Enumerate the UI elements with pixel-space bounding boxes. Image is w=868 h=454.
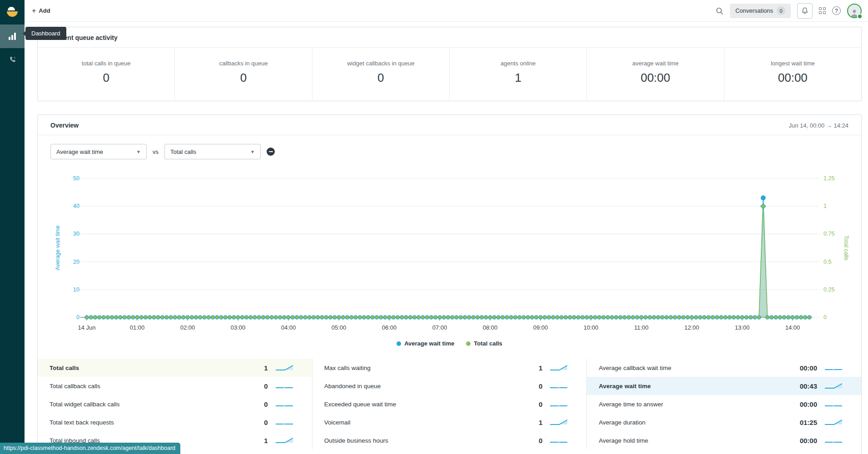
zendesk-logo-icon bbox=[6, 6, 18, 18]
stat-value: 0 bbox=[175, 71, 312, 85]
help-icon: ? bbox=[832, 6, 841, 15]
metric-value: 0 bbox=[539, 400, 542, 408]
svg-text:10:00: 10:00 bbox=[584, 324, 599, 331]
queue-activity-card: Current queue activity total calls in qu… bbox=[37, 27, 862, 101]
products-grid-button[interactable] bbox=[819, 7, 826, 14]
sparkline-flat bbox=[274, 400, 295, 408]
stat-value: 0 bbox=[38, 71, 174, 85]
queue-stat-callbacks-in-queue: callbacks in queue0 bbox=[174, 48, 312, 100]
metric-row-total-callback-calls[interactable]: Total callback calls0 bbox=[38, 377, 312, 395]
svg-text:50: 50 bbox=[73, 175, 79, 182]
svg-text:13:00: 13:00 bbox=[735, 324, 750, 331]
stat-label: callbacks in queue bbox=[175, 60, 312, 67]
sidebar bbox=[0, 0, 25, 454]
metric-row-average-time-to-answer[interactable]: Average time to answer00:00 bbox=[587, 395, 861, 413]
add-button[interactable]: + Add bbox=[32, 7, 50, 15]
user-menu[interactable] bbox=[847, 4, 862, 18]
metric-value: 1 bbox=[264, 364, 268, 372]
legend-dot bbox=[397, 341, 401, 346]
add-label: Add bbox=[39, 7, 50, 14]
svg-text:0: 0 bbox=[823, 314, 827, 321]
stat-label: longest wait time bbox=[724, 60, 861, 67]
stat-label: agents online bbox=[450, 60, 586, 67]
metric-label: Abandoned in queue bbox=[324, 383, 539, 390]
overview-header: Overview Jun 14, 00:00 → 14:24 bbox=[38, 115, 861, 135]
svg-text:14:00: 14:00 bbox=[785, 324, 800, 331]
queue-stat-longest-wait-time: longest wait time00:00 bbox=[724, 48, 861, 100]
metric-row-exceeded-queue-wait-time[interactable]: Exceeded queue wait time0 bbox=[312, 395, 587, 413]
help-button[interactable]: ? bbox=[832, 6, 841, 15]
metric-label: Exceeded queue wait time bbox=[324, 401, 539, 408]
sparkline-flat bbox=[823, 436, 844, 444]
metric-label: Total callback calls bbox=[50, 383, 264, 390]
stat-label: widget callbacks in queue bbox=[312, 60, 449, 67]
metric-row-outside-business-hours[interactable]: Outside business hours0 bbox=[312, 431, 587, 449]
legend-item-average-wait-time[interactable]: Average wait time bbox=[397, 340, 454, 347]
stat-value: 00:00 bbox=[587, 71, 724, 85]
metric-row-average-duration[interactable]: Average duration01:25 bbox=[587, 413, 861, 431]
zendesk-logo[interactable] bbox=[0, 0, 25, 25]
metric-value: 00:00 bbox=[800, 400, 817, 408]
overview-card: Overview Jun 14, 00:00 → 14:24 Average w… bbox=[37, 114, 862, 454]
svg-text:01:00: 01:00 bbox=[130, 324, 145, 331]
metric-row-total-widget-callback-calls[interactable]: Total widget callback calls0 bbox=[38, 395, 312, 413]
svg-text:30: 30 bbox=[73, 231, 79, 237]
overview-chart[interactable]: 0102030405000.250.50.7511.25Average wait… bbox=[50, 172, 861, 339]
metric-row-average-callback-wait-time[interactable]: Average callback wait time00:00 bbox=[587, 359, 861, 377]
metric-row-max-calls-waiting[interactable]: Max calls waiting1 bbox=[312, 359, 587, 377]
metric-label: Average wait time bbox=[599, 383, 799, 390]
sparkline-flat bbox=[823, 364, 844, 372]
svg-text:06:00: 06:00 bbox=[382, 324, 397, 331]
conversations-count-badge: 0 bbox=[777, 6, 785, 15]
notifications-button[interactable] bbox=[797, 3, 813, 19]
topbar: + Add Conversations 0 ? bbox=[25, 0, 868, 22]
metric-row-abandoned-in-queue[interactable]: Abandoned in queue0 bbox=[312, 377, 587, 395]
date-range: Jun 14, 00:00 → 14:24 bbox=[789, 122, 848, 129]
conversations-label: Conversations bbox=[735, 7, 773, 14]
legend-item-total-calls[interactable]: Total calls bbox=[466, 340, 502, 347]
svg-text:12:00: 12:00 bbox=[684, 324, 699, 331]
metric-row-total-text-back-requests[interactable]: Total text back requests0 bbox=[38, 413, 312, 431]
metric-value: 0 bbox=[539, 437, 542, 444]
svg-text:08:00: 08:00 bbox=[483, 324, 498, 331]
sparkline-flat bbox=[823, 400, 844, 408]
chevron-down-icon: ▼ bbox=[250, 149, 255, 154]
svg-text:1.25: 1.25 bbox=[823, 175, 834, 182]
svg-text:0.25: 0.25 bbox=[823, 286, 834, 293]
metrics-column-2: Max calls waiting1Abandoned in queue0Exc… bbox=[312, 359, 587, 449]
metric-b-select[interactable]: Total calls ▼ bbox=[164, 144, 261, 159]
status-url-bar: https://pdi-classmethod-handson.zendesk.… bbox=[0, 443, 180, 454]
svg-text:11:00: 11:00 bbox=[634, 324, 649, 331]
sparkline-flat bbox=[548, 436, 569, 444]
remove-comparison-button[interactable] bbox=[267, 148, 275, 156]
sparkline-flat bbox=[548, 382, 569, 390]
svg-text:14 Jun: 14 Jun bbox=[78, 324, 95, 331]
metric-row-voicemail[interactable]: Voicemail1 bbox=[312, 413, 587, 431]
sparkline-flat bbox=[274, 382, 295, 390]
metric-row-total-calls[interactable]: Total calls1 bbox=[38, 359, 312, 377]
legend-label: Total calls bbox=[474, 340, 502, 347]
metric-value: 0 bbox=[539, 382, 542, 390]
stat-value: 00:00 bbox=[724, 71, 861, 85]
metrics-column-1: Total calls1Total callback calls0Total w… bbox=[38, 359, 312, 449]
conversations-button[interactable]: Conversations 0 bbox=[730, 4, 791, 18]
bar-chart-icon bbox=[9, 33, 16, 40]
queue-stat-agents-online: agents online1 bbox=[449, 48, 586, 100]
minus-icon bbox=[269, 151, 273, 152]
metric-label: Total calls bbox=[50, 365, 264, 371]
metric-row-average-wait-time[interactable]: Average wait time00:43 bbox=[587, 377, 861, 395]
sidebar-item-talk[interactable] bbox=[0, 48, 25, 72]
metric-value: 1 bbox=[539, 419, 542, 426]
svg-text:10: 10 bbox=[73, 286, 79, 293]
metric-row-average-hold-time[interactable]: Average hold time00:00 bbox=[587, 431, 861, 449]
sparkline-rise bbox=[548, 418, 569, 426]
stat-label: average wait time bbox=[587, 60, 724, 67]
chart-legend: Average wait timeTotal calls bbox=[38, 340, 861, 347]
metric-a-select[interactable]: Average wait time ▼ bbox=[50, 144, 147, 159]
svg-text:20: 20 bbox=[73, 259, 79, 265]
search-button[interactable] bbox=[715, 7, 724, 15]
sidebar-item-dashboard[interactable] bbox=[0, 25, 25, 48]
metric-label: Voicemail bbox=[324, 419, 539, 426]
metrics-table: Total calls1Total callback calls0Total w… bbox=[38, 359, 861, 449]
dashboard-tooltip: Dashboard bbox=[25, 27, 66, 40]
